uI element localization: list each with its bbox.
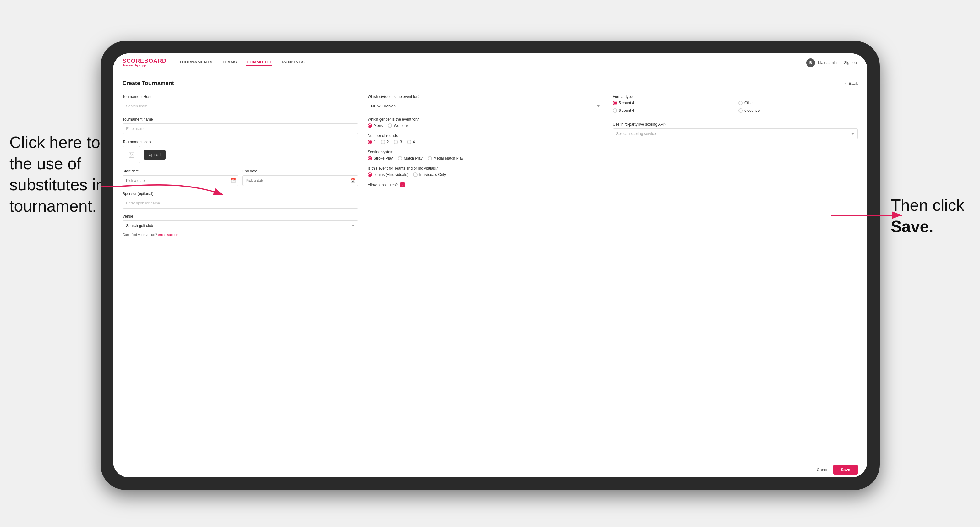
page-header: Create Tournament < Back [123,80,858,87]
venue-group: Venue Search golf club Can't find your v… [123,214,358,237]
substitutes-wrap: Allow substitutes? ✓ [368,183,603,187]
gender-group: Which gender is the event for? Mens Wome… [368,117,603,128]
individuals-label: Individuals Only [419,172,446,177]
scoring-stroke[interactable]: Stroke Play [368,156,393,160]
form-col-3: Format type 5 count 4 Other [613,95,858,242]
venue-label: Venue [123,214,358,219]
rounds-1-label: 1 [374,140,376,144]
rounds-3-radio[interactable] [394,140,398,144]
tournament-host-group: Tournament Host [123,95,358,111]
calendar-icon-end: 📅 [350,178,356,183]
tournament-name-group: Tournament name [123,117,358,134]
format-5count4-radio[interactable] [613,101,617,105]
back-button[interactable]: < Back [845,81,858,86]
individuals-only[interactable]: Individuals Only [413,172,446,177]
gender-womens-label: Womens [394,124,409,128]
rounds-1[interactable]: 1 [368,140,376,144]
format-6count4[interactable]: 6 count 4 [613,108,732,113]
format-6count5[interactable]: 6 count 5 [738,108,858,113]
nav-user-area: B blair admin | Sign out [806,59,858,67]
brand-name: clippd [139,64,148,67]
teams-radio[interactable] [368,172,372,177]
svg-point-1 [130,153,131,154]
format-label: Format type [613,95,858,99]
teams-plus-individuals[interactable]: Teams (+Individuals) [368,172,408,177]
gender-mens[interactable]: Mens [368,124,383,128]
logo-area: SCOREBOARD Powered by clippd [123,58,167,67]
nav-links: TOURNAMENTS TEAMS COMMITTEE RANKINGS [179,60,806,66]
scoring-match-label: Match Play [404,156,422,160]
format-other-radio[interactable] [738,101,743,105]
rounds-2[interactable]: 2 [381,140,389,144]
venue-cant-find-text: Can't find your venue? [123,233,157,237]
division-select[interactable]: NCAA Division I [368,101,603,111]
logo-upload-area: Upload [123,146,358,163]
format-6count4-radio[interactable] [613,108,617,113]
format-6count5-radio[interactable] [738,108,743,113]
rounds-4[interactable]: 4 [407,140,415,144]
scoring-radio-group: Stroke Play Match Play Medal Match Play [368,156,603,160]
scoring-api-group: Use third-party live scoring API? Select… [613,122,858,139]
rounds-4-label: 4 [413,140,415,144]
scoring-match-radio[interactable] [398,156,402,160]
division-group: Which division is the event for? NCAA Di… [368,95,603,111]
format-5count4[interactable]: 5 count 4 [613,101,732,105]
rounds-2-label: 2 [387,140,389,144]
rounds-3[interactable]: 3 [394,140,402,144]
save-button[interactable]: Save [833,465,858,475]
navbar: SCOREBOARD Powered by clippd TOURNAMENTS… [113,53,867,72]
teams-label-text: Teams (+Individuals) [374,172,408,177]
page-content: Create Tournament < Back Tournament Host… [113,72,867,462]
arrow-right [824,203,912,228]
format-6count5-label: 6 count 5 [745,108,760,113]
scoring-medal-radio[interactable] [428,156,432,160]
powered-by-text: Powered by [123,64,138,67]
rounds-1-radio[interactable] [368,140,372,144]
tournament-logo-group: Tournament logo Upload [123,140,358,163]
nav-tournaments[interactable]: TOURNAMENTS [179,60,212,66]
scoring-service-select[interactable]: Select a scoring service [613,129,858,139]
scoring-stroke-radio[interactable] [368,156,372,160]
upload-button[interactable]: Upload [143,150,165,160]
nav-rankings[interactable]: RANKINGS [282,60,305,66]
tournament-host-input[interactable] [123,101,358,111]
logo-text-board: BOARD [144,58,167,64]
individuals-radio[interactable] [413,172,418,177]
format-5count4-label: 5 count 4 [619,101,634,105]
scoring-medal-match[interactable]: Medal Match Play [428,156,463,160]
division-label: Which division is the event for? [368,95,603,99]
tournament-logo-label: Tournament logo [123,140,358,144]
tournament-name-input[interactable] [123,124,358,134]
sign-out-link[interactable]: Sign out [844,60,858,65]
gender-womens[interactable]: Womens [388,124,409,128]
calendar-icon-start: 📅 [231,178,236,183]
format-other[interactable]: Other [738,101,858,105]
venue-help-text: Can't find your venue? email support [123,233,358,237]
venue-select[interactable]: Search golf club [123,221,358,231]
gender-radio-group: Mens Womens [368,124,603,128]
end-date-input[interactable] [242,175,358,186]
tablet-screen: SCOREBOARD Powered by clippd TOURNAMENTS… [113,53,867,477]
nav-user-name: blair admin [818,60,837,65]
gender-womens-radio[interactable] [388,124,392,128]
teams-label: Is this event for Teams and/or Individua… [368,166,603,171]
substitutes-checkbox[interactable]: ✓ [400,183,405,187]
gender-mens-label: Mens [374,124,383,128]
substitutes-label: Allow substitutes? [368,183,398,187]
rounds-4-radio[interactable] [407,140,411,144]
nav-divider: | [840,60,841,65]
scoring-system-label: Scoring system [368,150,603,154]
avatar: B [806,59,815,67]
gender-mens-radio[interactable] [368,124,372,128]
nav-committee[interactable]: COMMITTEE [247,60,272,66]
venue-email-link[interactable]: email support [158,233,179,237]
logo-placeholder [123,146,140,163]
substitutes-group: Allow substitutes? ✓ [368,183,603,187]
rounds-3-label: 3 [400,140,402,144]
rounds-group: Number of rounds 1 2 [368,133,603,144]
rounds-2-radio[interactable] [381,140,385,144]
nav-teams[interactable]: TEAMS [222,60,237,66]
cancel-button[interactable]: Cancel [817,467,829,472]
scoring-stroke-label: Stroke Play [374,156,393,160]
scoring-match[interactable]: Match Play [398,156,422,160]
